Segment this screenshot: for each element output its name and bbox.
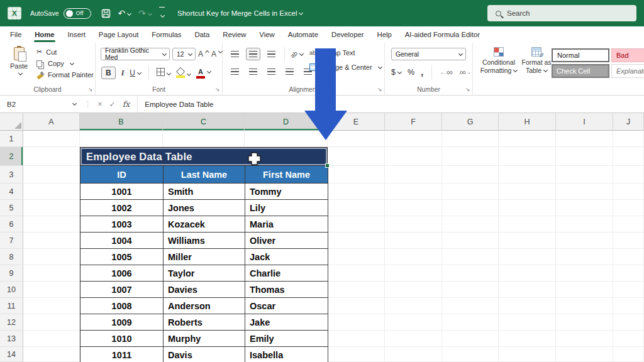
grid-cell-j6[interactable] — [613, 216, 644, 233]
column-header-a[interactable]: A — [23, 113, 80, 131]
grid-cell-h13[interactable] — [499, 331, 556, 347]
paste-button[interactable]: Paste — [6, 47, 31, 77]
tab-data[interactable]: Data — [194, 27, 210, 42]
decrease-decimal-button[interactable]: .00→ — [458, 70, 470, 75]
autosave-toggle[interactable]: Off — [64, 8, 91, 19]
grid-cell-a8[interactable] — [23, 249, 80, 265]
top-align-button[interactable] — [228, 48, 242, 60]
grid-cell-g3[interactable] — [442, 166, 499, 184]
table-cell[interactable]: Oliver — [245, 233, 328, 249]
decrease-font-size-button[interactable]: A — [211, 50, 222, 58]
wrap-text-button[interactable]: ab↩ Wrap Text — [309, 49, 382, 57]
grid-cell-i10[interactable] — [556, 282, 613, 298]
grid-cell-g5[interactable] — [442, 200, 499, 216]
column-header-e[interactable]: E — [328, 113, 385, 131]
table-cell[interactable]: Davies — [164, 282, 245, 298]
grid-cell-j8[interactable] — [613, 249, 644, 265]
table-header-id[interactable]: ID — [80, 166, 164, 184]
orientation-button[interactable]: ab — [291, 50, 303, 58]
table-cell[interactable]: 1009 — [80, 314, 164, 331]
grid-cell-a14[interactable] — [23, 347, 80, 362]
grid-cell-j4[interactable] — [613, 184, 644, 200]
search-input[interactable]: Search — [487, 5, 636, 21]
grid-cell-j11[interactable] — [613, 298, 644, 314]
grid-cell-h3[interactable] — [499, 166, 556, 184]
grid-cell-g13[interactable] — [442, 331, 499, 347]
column-header-h[interactable]: H — [499, 113, 556, 131]
align-center-button[interactable] — [246, 65, 260, 78]
row-header-1[interactable]: 1 — [0, 131, 23, 147]
table-cell[interactable]: Lily — [245, 200, 328, 216]
grid-cell-j3[interactable] — [613, 166, 644, 184]
table-cell[interactable]: Roberts — [164, 314, 245, 331]
customize-toolbar-button[interactable] — [159, 7, 165, 20]
row-header-4[interactable]: 4 — [0, 184, 23, 200]
table-cell[interactable]: Maria — [245, 216, 328, 233]
grid-cell-f8[interactable] — [385, 249, 442, 265]
column-header-c[interactable]: C — [163, 113, 245, 131]
name-box[interactable]: B2 — [0, 96, 82, 112]
row-header-2[interactable]: 2 — [0, 147, 23, 166]
grid-cell-f9[interactable] — [385, 265, 442, 282]
comma-style-button[interactable]: , — [421, 69, 423, 75]
grid-cell-i7[interactable] — [556, 233, 613, 249]
cell-style-check-cell[interactable]: Check Cell — [552, 64, 609, 78]
table-cell[interactable]: 1010 — [80, 331, 164, 347]
grid-cell-i14[interactable] — [556, 347, 613, 362]
document-title[interactable]: Shortcut Key for Merge Cells in Excel — [177, 9, 303, 17]
grid-cell-j7[interactable] — [613, 233, 644, 249]
grid-cell-i4[interactable] — [556, 184, 613, 200]
table-cell[interactable]: Charlie — [245, 265, 328, 282]
format-painter-button[interactable]: Format Painter — [36, 71, 94, 79]
number-dialog-launcher-icon[interactable]: ↘ — [465, 86, 470, 92]
grid-cell-a2[interactable] — [23, 147, 80, 166]
grid-cell-j2[interactable] — [613, 147, 644, 166]
column-header-g[interactable]: G — [442, 113, 499, 131]
grid-cell-i8[interactable] — [556, 249, 613, 265]
table-cell[interactable]: Jake — [245, 314, 328, 331]
font-size-select[interactable]: 12 — [172, 48, 196, 60]
table-cell[interactable]: Jones — [164, 200, 245, 216]
row-header-9[interactable]: 9 — [0, 265, 23, 282]
excel-logo-icon[interactable]: X — [8, 7, 21, 19]
table-cell[interactable]: 1008 — [80, 298, 164, 314]
font-name-select[interactable]: Franklin Gothic Med — [101, 48, 170, 60]
column-header-j[interactable]: J — [613, 113, 644, 131]
grid-cell-j5[interactable] — [613, 200, 644, 216]
grid-cell-e10[interactable] — [328, 282, 385, 298]
grid-cell-g14[interactable] — [442, 347, 499, 362]
grid-cell-f2[interactable] — [385, 147, 442, 166]
alignment-dialog-launcher-icon[interactable]: ↘ — [377, 86, 382, 92]
grid-cell-e12[interactable] — [328, 314, 385, 331]
grid-cell-a3[interactable] — [23, 166, 80, 184]
table-cell[interactable]: 1007 — [80, 282, 164, 298]
font-color-button[interactable]: A — [196, 67, 211, 79]
tab-view[interactable]: View — [258, 27, 275, 42]
grid-cell-e6[interactable] — [328, 216, 385, 233]
underline-button[interactable]: U — [130, 69, 141, 77]
grid-cell-h9[interactable] — [499, 265, 556, 282]
fill-handle[interactable] — [325, 163, 330, 168]
column-header-b[interactable]: B — [80, 113, 163, 131]
grid-cell-i3[interactable] — [556, 166, 613, 184]
grid-cell-a5[interactable] — [23, 200, 80, 216]
grid-cell-a11[interactable] — [23, 298, 80, 314]
grid-cell-f5[interactable] — [385, 200, 442, 216]
grid-cell-g12[interactable] — [442, 314, 499, 331]
grid-cell-e11[interactable] — [328, 298, 385, 314]
grid-cell-i9[interactable] — [556, 265, 613, 282]
table-cell[interactable]: Davis — [164, 347, 245, 362]
grid-cell-i12[interactable] — [556, 314, 613, 331]
grid-cell-i6[interactable] — [556, 216, 613, 233]
grid-cell-f4[interactable] — [385, 184, 442, 200]
grid-cell-j13[interactable] — [613, 331, 644, 347]
grid-cell-e14[interactable] — [328, 347, 385, 362]
grid-cell-h4[interactable] — [499, 184, 556, 200]
grid-cell-i5[interactable] — [556, 200, 613, 216]
grid-cell-a13[interactable] — [23, 331, 80, 347]
table-cell[interactable]: 1005 — [80, 249, 164, 265]
grid-cell-f10[interactable] — [385, 282, 442, 298]
percent-style-button[interactable]: % — [408, 68, 414, 77]
table-cell[interactable]: Jack — [245, 249, 328, 265]
grid-cell-f14[interactable] — [385, 347, 442, 362]
